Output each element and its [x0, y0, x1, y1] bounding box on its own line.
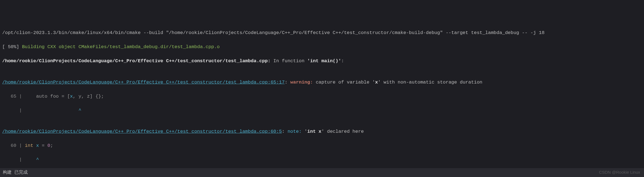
line-no: 65 |: [2, 94, 25, 99]
code-pre: auto foo = [: [25, 94, 70, 99]
building-msg: Building CXX object CMakeFiles/test_lamb…: [22, 44, 220, 50]
msg-text: ': [305, 129, 307, 134]
in-function-line: /home/rookie/ClionProjects/CodeLanguage/…: [2, 58, 642, 65]
warning-1: /home/rookie/ClionProjects/CodeLanguage/…: [2, 79, 642, 86]
var-name: int x: [307, 129, 321, 134]
note-tag: note:: [287, 129, 304, 134]
in-function-text: In function: [271, 58, 307, 64]
caret-mark: ^: [78, 108, 81, 113]
watermark-text: CSDN @Rookie Linux: [599, 169, 640, 176]
msg-text: capture of variable ': [316, 80, 375, 85]
code-post: , y, z] {};: [73, 94, 104, 99]
cmake-command-line: /opt/clion-2023.1.3/bin/cmake/linux/x64/…: [2, 29, 642, 37]
caret-gutter: |: [2, 108, 25, 113]
semi: ;: [50, 143, 53, 148]
status-text: 构建 已完成: [3, 170, 28, 175]
sep: :: [285, 80, 290, 85]
code-pre: int: [25, 143, 36, 148]
function-sig: 'int main()': [307, 58, 341, 64]
colon: :: [341, 58, 344, 64]
caret-n1: | ^: [2, 156, 642, 163]
code-post: =: [39, 143, 48, 148]
warning-tag: warning:: [290, 80, 316, 85]
file-path: /home/rookie/ClionProjects/CodeLanguage/…: [2, 58, 271, 64]
msg-text-2: ' with non-automatic storage duration: [378, 80, 482, 85]
file-link[interactable]: /home/rookie/ClionProjects/CodeLanguage/…: [2, 80, 285, 85]
status-bar: 构建 已完成: [0, 168, 644, 177]
caret-mark: ^: [36, 157, 39, 162]
highlight-var: x: [36, 143, 39, 148]
highlight-var: x: [70, 94, 73, 99]
note-1: /home/rookie/ClionProjects/CodeLanguage/…: [2, 128, 642, 135]
caret-gutter: |: [2, 157, 25, 162]
caret-1: | ^: [2, 107, 642, 114]
code-context-n1: 60 | int x = 0;: [2, 142, 642, 149]
file-link[interactable]: /home/rookie/ClionProjects/CodeLanguage/…: [2, 129, 282, 134]
sep: :: [282, 129, 287, 134]
var-name: x: [375, 80, 378, 85]
msg-text-2: ' declared here: [321, 129, 364, 134]
pct: [ 50%]: [2, 44, 22, 50]
build-progress-50: [ 50%] Building CXX object CMakeFiles/te…: [2, 43, 642, 51]
caret-spaces: [25, 157, 36, 162]
cmd-text: /opt/clion-2023.1.3/bin/cmake/linux/x64/…: [2, 30, 545, 35]
code-context-1: 65 | auto foo = [x, y, z] {};: [2, 93, 642, 100]
literal: 0: [47, 143, 50, 148]
line-no: 60 |: [2, 143, 25, 148]
caret-spaces: [25, 108, 79, 113]
